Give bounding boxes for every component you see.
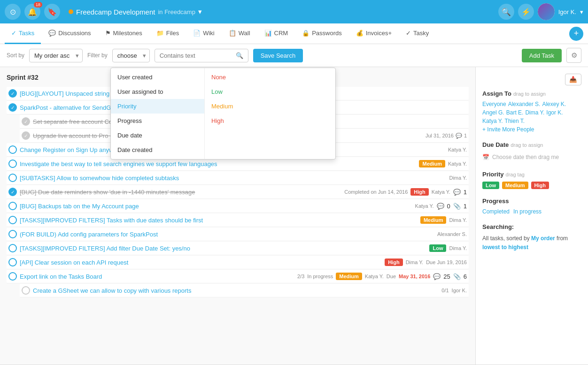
table-row[interactable]: [API] Clear session on each API request … — [7, 256, 469, 269]
task-meta: Jul 31, 2016 💬 1 — [426, 133, 467, 139]
filter-option-medium[interactable]: Medium — [205, 99, 335, 114]
tab-wiki[interactable]: 📄 Wiki — [186, 23, 221, 44]
notifications-button[interactable]: 🔔 18 — [24, 4, 40, 20]
task-checkbox[interactable]: ✓ — [8, 188, 17, 196]
person-bart[interactable]: Bart E. — [506, 109, 524, 116]
tab-crm[interactable]: 📊 CRM — [258, 23, 295, 44]
progress-title: Progress — [482, 198, 581, 205]
tasky-icon: ✓ — [406, 30, 411, 37]
archive-icon: 📥 — [569, 76, 577, 83]
gear-icon: ⚙ — [571, 51, 577, 60]
table-row[interactable]: Export link on the Tasks Board 2/3 In pr… — [7, 270, 469, 283]
filter-select[interactable]: choose — [112, 49, 150, 62]
tab-invoices[interactable]: 💰 Invoices+ — [349, 23, 398, 44]
task-checkbox[interactable]: ✓ — [22, 117, 30, 126]
table-row[interactable]: ✓ [BUG] Due date reminders show 'due in … — [7, 185, 469, 199]
project-name: Freedcamp Development — [76, 8, 155, 16]
person-angel[interactable]: Angel G. — [482, 109, 504, 116]
filter-progress[interactable]: Progress — [111, 114, 204, 128]
save-search-button[interactable]: Save Search — [253, 49, 303, 62]
filter-option-high[interactable]: High — [205, 114, 335, 128]
table-row[interactable]: [TASKS][IMPROVED FILTERS] Tasks with due… — [7, 213, 469, 227]
person-katya[interactable]: Katya Y. — [482, 118, 503, 124]
dropdown-arrow-icon[interactable]: ▾ — [198, 8, 202, 16]
table-row[interactable]: (FOR BUILD) Add config parameters for Sp… — [7, 228, 469, 241]
tab-wiki-label: Wiki — [203, 30, 215, 37]
filter-user-assigned[interactable]: User assigned to — [111, 84, 204, 99]
priority-low-tag[interactable]: Low — [482, 182, 499, 189]
task-checkbox[interactable] — [8, 272, 17, 281]
tab-tasks[interactable]: ✓ Tasks — [5, 23, 41, 44]
home-button[interactable]: ⊙ — [5, 4, 21, 20]
task-due-label: Due — [387, 274, 396, 279]
add-tab-button[interactable]: + — [569, 27, 583, 41]
task-text[interactable]: [BUG] Due date reminders show 'due in -1… — [20, 189, 341, 196]
archive-button[interactable]: 📥 — [565, 74, 581, 85]
table-row[interactable]: Create a GSheet we can allow to copy wit… — [20, 284, 469, 297]
table-row[interactable]: [SUBTASKS] Allow to somewhow hide comple… — [7, 171, 469, 185]
task-text[interactable]: Create a GSheet we can allow to copy wit… — [33, 287, 439, 294]
person-everyone[interactable]: Everyone — [482, 101, 506, 107]
task-text[interactable]: [SUBTASKS] Allow to somewhow hide comple… — [20, 175, 446, 182]
lightning-button[interactable]: ⚡ — [518, 4, 534, 20]
person-alexander[interactable]: Alexander S. — [508, 101, 541, 107]
settings-button[interactable]: ⚙ — [566, 48, 581, 63]
search-nav-button[interactable]: 🔍 — [498, 4, 514, 20]
in-text: in Freedcamp — [158, 8, 195, 15]
filter-option-none[interactable]: None — [205, 70, 335, 84]
task-checkbox[interactable]: ✓ — [8, 89, 17, 98]
task-checkbox[interactable] — [22, 286, 30, 295]
filter-due-date[interactable]: Due date — [111, 128, 204, 143]
task-checkbox[interactable]: ✓ — [22, 131, 30, 140]
task-checkbox[interactable]: ✓ — [8, 103, 17, 112]
task-checkbox[interactable] — [8, 202, 17, 210]
task-checkbox[interactable] — [8, 174, 17, 182]
progress-inprogress[interactable]: In progress — [513, 208, 542, 215]
filter-user-created[interactable]: User created — [111, 70, 204, 84]
tab-wall[interactable]: 📋 Wall — [222, 23, 257, 44]
tab-files[interactable]: 📁 Files — [150, 23, 186, 44]
person-dima[interactable]: Dima Y. — [525, 109, 544, 116]
avatar-image — [538, 3, 555, 20]
avatar[interactable] — [538, 3, 555, 20]
task-text[interactable]: Export link on the Tasks Board — [20, 273, 294, 280]
task-text[interactable]: [TASKS][IMPROVED FILTERS] Add filter Due… — [20, 245, 426, 252]
tab-passwords[interactable]: 🔒 Passwords — [295, 23, 348, 44]
top-nav: ⊙ 🔔 18 🔖 Freedcamp Development in Freedc… — [0, 0, 588, 23]
task-text[interactable]: Investigate the best way to tell search … — [20, 160, 416, 167]
task-checkbox[interactable] — [8, 230, 17, 238]
task-checkbox[interactable] — [8, 258, 17, 266]
task-text[interactable]: (FOR BUILD) Add config parameters for Sp… — [20, 231, 434, 238]
person-thien[interactable]: Thien T. — [505, 118, 525, 124]
person-alexey[interactable]: Alexey K. — [542, 101, 566, 107]
filter-dropdown: User created User assigned to Priority P… — [110, 68, 336, 160]
bookmark-button[interactable]: 🔖 — [44, 4, 60, 20]
invite-more-button[interactable]: + Invite More People — [482, 126, 581, 133]
filter-option-low[interactable]: Low — [205, 84, 335, 99]
filter-date-created[interactable]: Date created — [111, 143, 204, 157]
table-row[interactable]: [TASKS][IMPROVED FILTERS] Add filter Due… — [7, 242, 469, 255]
priority-tags: Low Medium High — [482, 182, 581, 189]
add-task-button[interactable]: Add Task — [522, 49, 562, 62]
task-checkbox[interactable] — [8, 160, 17, 168]
priority-medium-tag[interactable]: Medium — [502, 182, 528, 189]
user-dropdown-icon[interactable]: ▾ — [580, 8, 583, 15]
table-row[interactable]: [BUG] Backups tab on the My Account page… — [7, 199, 469, 213]
task-text[interactable]: [API] Clear session on each API request — [20, 259, 382, 266]
tab-tasky[interactable]: ✓ Tasky — [399, 23, 435, 44]
date-placeholder[interactable]: 📅 Choose date then drag me — [482, 152, 581, 162]
progress-completed[interactable]: Completed — [482, 208, 510, 215]
tab-milestones[interactable]: ⚑ Milestones — [99, 23, 149, 44]
task-text[interactable]: [BUG] Backups tab on the My Account page — [20, 203, 412, 210]
sort-select[interactable]: My order asc — [29, 49, 83, 62]
task-checkbox[interactable] — [8, 145, 17, 154]
task-checkbox[interactable] — [8, 244, 17, 252]
priority-high-tag[interactable]: High — [531, 182, 549, 189]
task-text[interactable]: [TASKS][IMPROVED FILTERS] Tasks with due… — [20, 217, 418, 224]
filter-priority[interactable]: Priority — [111, 99, 204, 114]
priority-badge: High — [410, 188, 428, 196]
tab-discussions[interactable]: 💬 Discussions — [42, 23, 97, 44]
search-input[interactable] — [160, 52, 233, 59]
person-igor[interactable]: Igor K. — [546, 109, 563, 116]
task-checkbox[interactable] — [8, 216, 17, 224]
